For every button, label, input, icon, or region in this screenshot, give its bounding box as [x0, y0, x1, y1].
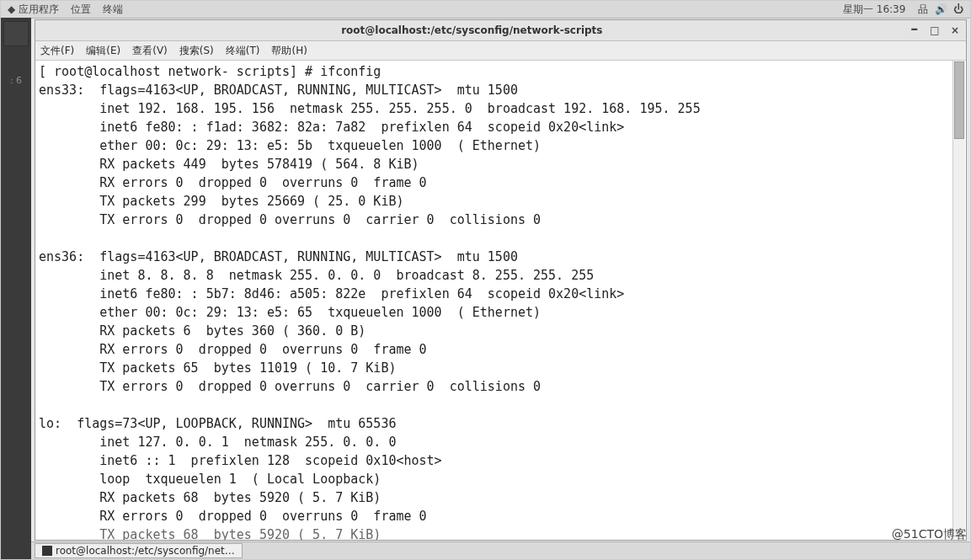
- term-line: inet6 :: 1 prefixlen 128 scopeid 0x10<ho…: [39, 453, 442, 468]
- network-icon[interactable]: 品: [917, 3, 928, 17]
- sound-icon[interactable]: 🔊: [935, 3, 946, 15]
- window-title: root@localhost:/etc/sysconfig/network-sc…: [40, 24, 904, 36]
- bottom-taskbar: root@localhost:/etc/sysconfig/net…: [31, 541, 970, 559]
- places-menu[interactable]: 位置: [71, 3, 91, 17]
- menu-terminal[interactable]: 终端(T): [226, 44, 260, 58]
- menu-search[interactable]: 搜索(S): [179, 44, 214, 58]
- term-line: RX packets 68 bytes 5920 ( 5. 7 KiB): [39, 490, 381, 505]
- term-line: lo: flags=73<UP, LOOPBACK, RUNNING> mtu …: [39, 416, 396, 431]
- scrollbar-thumb[interactable]: [954, 61, 964, 139]
- panel-icon[interactable]: [3, 21, 29, 46]
- close-button[interactable]: ×: [949, 24, 961, 36]
- task-item-label: root@localhost:/etc/sysconfig/net…: [56, 545, 235, 557]
- term-line: TX errors 0 dropped 0 overruns 0 carrier…: [39, 379, 541, 394]
- menu-edit[interactable]: 编辑(E): [86, 44, 120, 58]
- power-icon[interactable]: ⏻: [952, 3, 963, 15]
- term-line: RX errors 0 dropped 0 overruns 0 frame 0: [39, 509, 427, 524]
- term-line: RX packets 6 bytes 360 ( 360. 0 B): [39, 323, 365, 339]
- left-clock-text: : 6: [10, 75, 22, 86]
- maximize-button[interactable]: □: [929, 24, 941, 36]
- term-line: inet 127. 0. 0. 1 netmask 255. 0. 0. 0: [39, 435, 396, 450]
- term-line: inet 192. 168. 195. 156 netmask 255. 255…: [39, 101, 701, 116]
- clock-text: 星期一 16:39: [843, 3, 905, 17]
- term-line: TX packets 299 bytes 25669 ( 25. 0 KiB): [39, 194, 403, 209]
- term-line: TX packets 65 bytes 11019 ( 10. 7 KiB): [39, 360, 396, 376]
- apps-menu[interactable]: ◆ 应用程序: [8, 3, 59, 15]
- term-line: inet 8. 8. 8. 8 netmask 255. 0. 0. 0 bro…: [39, 268, 594, 283]
- term-line: RX errors 0 dropped 0 overruns 0 frame 0: [39, 342, 427, 357]
- terminal-menubar: 文件(F) 编辑(E) 查看(V) 搜索(S) 终端(T) 帮助(H): [35, 41, 966, 61]
- term-line: TX errors 0 dropped 0 overruns 0 carrier…: [39, 212, 541, 227]
- term-line: ether 00: 0c: 29: 13: e5: 65 txqueuelen …: [39, 305, 541, 320]
- apps-icon: ◆: [8, 3, 15, 15]
- term-line: inet6 fe80: : 5b7: 8d46: a505: 822e pref…: [39, 286, 624, 301]
- watermark-text: @51CTO博客: [892, 527, 967, 542]
- minimize-button[interactable]: –: [909, 25, 920, 37]
- term-line: ens36: flags=4163<UP, BROADCAST, RUNNING…: [39, 249, 518, 264]
- left-panel: : 6: [1, 18, 31, 559]
- terminal-content[interactable]: [ root@localhost network- scripts] # ifc…: [35, 61, 966, 540]
- terminal-window: root@localhost:/etc/sysconfig/network-sc…: [35, 19, 967, 541]
- term-line: RX packets 449 bytes 578419 ( 564. 8 KiB…: [39, 157, 419, 172]
- term-line: ens33: flags=4163<UP, BROADCAST, RUNNING…: [39, 83, 518, 98]
- menu-help[interactable]: 帮助(H): [271, 44, 307, 58]
- term-line: ether 00: 0c: 29: 13: e5: 5b txqueuelen …: [39, 138, 541, 153]
- system-tray[interactable]: 品 🔊 ⏻: [914, 3, 963, 17]
- task-item-terminal[interactable]: root@localhost:/etc/sysconfig/net…: [35, 543, 243, 558]
- window-titlebar[interactable]: root@localhost:/etc/sysconfig/network-sc…: [35, 20, 966, 41]
- term-line: loop txqueuelen 1 ( Local Loopback): [39, 472, 381, 487]
- menu-view[interactable]: 查看(V): [132, 44, 168, 58]
- terminal-menu[interactable]: 终端: [103, 3, 123, 17]
- menu-file[interactable]: 文件(F): [40, 44, 74, 58]
- scrollbar[interactable]: [952, 61, 965, 539]
- term-line: RX errors 0 dropped 0 overruns 0 frame 0: [39, 175, 427, 190]
- gnome-top-panel: ◆ 应用程序 位置 终端 星期一 16:39 品 🔊 ⏻: [1, 1, 970, 19]
- term-line: [ root@localhost network- scripts] # ifc…: [39, 64, 381, 79]
- terminal-icon: [42, 546, 52, 556]
- term-line: TX packets 68 bytes 5920 ( 5. 7 KiB): [39, 527, 381, 540]
- term-line: inet6 fe80: : f1ad: 3682: 82a: 7a82 pref…: [39, 120, 624, 135]
